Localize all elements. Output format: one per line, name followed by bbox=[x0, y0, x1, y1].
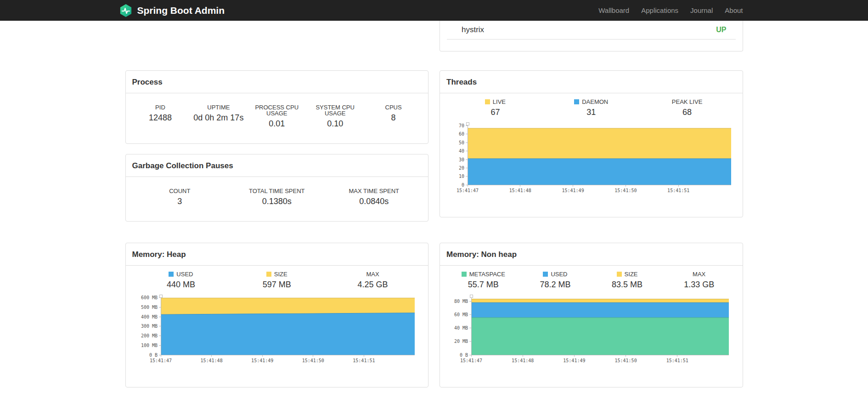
metric-process-cpu-usage: PROCESS CPU USAGE0.01 bbox=[248, 104, 306, 128]
metric-max-time-spent: MAX TIME SPENT0.0840s bbox=[326, 188, 423, 205]
metric-value: 12488 bbox=[131, 114, 190, 122]
process-panel: Process PID12488UPTIME0d 0h 2m 17sPROCES… bbox=[125, 70, 429, 144]
metric-value: 31 bbox=[543, 108, 639, 116]
metric-label-text: SIZE bbox=[274, 271, 287, 277]
svg-text:15:41:48: 15:41:48 bbox=[200, 358, 222, 363]
svg-text:600 MB: 600 MB bbox=[141, 295, 157, 300]
svg-text:60 MB: 60 MB bbox=[454, 312, 468, 317]
memory-nonheap-legend: METASPACE55.7 MBUSED78.2 MBSIZE83.5 MBMA… bbox=[447, 271, 735, 289]
threads-legend: LIVE67DAEMON31PEAK LIVE68 bbox=[447, 99, 735, 116]
metric-value: 0.01 bbox=[248, 120, 306, 128]
left-column-spacer bbox=[125, 21, 429, 51]
main-content: hystrix UP Process PID12488UPTIME0d 0h 2… bbox=[118, 21, 750, 387]
metric-daemon: DAEMON31 bbox=[543, 99, 639, 116]
legend-swatch-icon bbox=[485, 99, 490, 104]
gc-panel-body: COUNT3TOTAL TIME SPENT0.1380sMAX TIME SP… bbox=[126, 177, 428, 221]
metric-max: MAX4.25 GB bbox=[325, 271, 421, 289]
threads-chart: 01020304050607015:41:4715:41:4815:41:491… bbox=[447, 121, 735, 199]
gc-panel-title: Garbage Collection Pauses bbox=[126, 154, 428, 177]
nav-link-applications[interactable]: Applications bbox=[635, 6, 684, 14]
service-name: hystrix bbox=[453, 25, 484, 34]
metric-label: CPUS bbox=[364, 104, 423, 110]
heap-chart-svg: 0 B100 MB200 MB300 MB400 MB500 MB600 MB1… bbox=[133, 293, 421, 367]
metric-value: 3 bbox=[131, 197, 229, 205]
metric-value: 8 bbox=[364, 114, 423, 122]
memory-nonheap-panel-body: METASPACE55.7 MBUSED78.2 MBSIZE83.5 MBMA… bbox=[440, 266, 743, 387]
health-panel-body: hystrix UP bbox=[440, 21, 743, 51]
metric-label: DAEMON bbox=[543, 99, 639, 105]
svg-text:0 B: 0 B bbox=[149, 353, 157, 358]
svg-text:15:41:51: 15:41:51 bbox=[666, 358, 688, 363]
svg-text:15:41:51: 15:41:51 bbox=[353, 358, 375, 363]
metric-label-text: LIVE bbox=[493, 99, 506, 105]
metric-label: UPTIME bbox=[189, 104, 248, 110]
metric-used: USED440 MB bbox=[133, 271, 229, 289]
legend-swatch-icon bbox=[169, 272, 174, 277]
metric-pid: PID12488 bbox=[131, 104, 190, 128]
svg-text:60: 60 bbox=[459, 131, 464, 137]
svg-text:15:41:50: 15:41:50 bbox=[302, 358, 324, 363]
legend-swatch-icon bbox=[266, 272, 271, 277]
gc-panel: Garbage Collection Pauses COUNT3TOTAL TI… bbox=[125, 154, 429, 222]
metric-metaspace: METASPACE55.7 MB bbox=[447, 271, 519, 289]
metric-label-text: COUNT bbox=[169, 188, 190, 194]
svg-text:0 B: 0 B bbox=[460, 353, 468, 358]
svg-text:15:41:50: 15:41:50 bbox=[614, 188, 637, 193]
memory-nonheap-chart: 0 B20 MB40 MB60 MB80 MB15:41:4715:41:481… bbox=[447, 293, 735, 369]
metric-label-text: CPUS bbox=[385, 104, 402, 110]
metric-value: 68 bbox=[639, 108, 735, 116]
process-threads-band: Process PID12488UPTIME0d 0h 2m 17sPROCES… bbox=[125, 70, 743, 222]
metric-value: 55.7 MB bbox=[447, 280, 519, 289]
metric-label: USED bbox=[519, 271, 592, 277]
process-panel-title: Process bbox=[126, 71, 428, 93]
metric-peak-live: PEAK LIVE68 bbox=[639, 99, 735, 116]
metric-value: 0d 0h 2m 17s bbox=[189, 114, 248, 122]
metric-label: PEAK LIVE bbox=[639, 99, 735, 105]
right-column: Threads LIVE67DAEMON31PEAK LIVE68 010203… bbox=[440, 70, 743, 222]
metric-max: MAX1.33 GB bbox=[663, 271, 735, 289]
memory-nonheap-panel-title: Memory: Non heap bbox=[440, 243, 743, 266]
metric-label-text: USED bbox=[551, 271, 567, 277]
metric-label-text: MAX bbox=[693, 271, 705, 277]
nav-link-about[interactable]: About bbox=[719, 6, 743, 14]
navbar: Spring Boot Admin WallboardApplicationsJ… bbox=[0, 0, 868, 21]
metric-uptime: UPTIME0d 0h 2m 17s bbox=[189, 104, 248, 128]
brand-title: Spring Boot Admin bbox=[137, 5, 225, 16]
svg-text:400 MB: 400 MB bbox=[141, 314, 157, 319]
svg-text:15:41:51: 15:41:51 bbox=[667, 188, 689, 193]
metric-size: SIZE597 MB bbox=[229, 271, 325, 289]
health-panel: hystrix UP bbox=[440, 21, 743, 51]
memory-nonheap-panel: Memory: Non heap METASPACE55.7 MBUSED78.… bbox=[440, 243, 743, 387]
brand-link[interactable]: Spring Boot Admin bbox=[119, 4, 225, 17]
metric-value: 83.5 MB bbox=[591, 280, 663, 289]
memory-heap-chart: 0 B100 MB200 MB300 MB400 MB500 MB600 MB1… bbox=[133, 293, 421, 369]
metric-live: LIVE67 bbox=[447, 99, 543, 116]
metric-value: 4.25 GB bbox=[325, 280, 421, 289]
memory-heap-panel: Memory: Heap USED440 MBSIZE597 MBMAX4.25… bbox=[125, 243, 429, 387]
process-panel-body: PID12488UPTIME0d 0h 2m 17sPROCESS CPU US… bbox=[126, 93, 428, 143]
nav-link-wallboard[interactable]: Wallboard bbox=[592, 6, 635, 14]
svg-text:500 MB: 500 MB bbox=[141, 305, 157, 310]
metric-label: METASPACE bbox=[447, 271, 519, 277]
metric-used: USED78.2 MB bbox=[519, 271, 592, 289]
metric-value: 597 MB bbox=[229, 280, 325, 289]
metric-label-text: UPTIME bbox=[207, 104, 230, 110]
metric-label-text: SIZE bbox=[625, 271, 638, 277]
nonheap-chart-svg: 0 B20 MB40 MB60 MB80 MB15:41:4715:41:481… bbox=[447, 293, 735, 367]
svg-text:40 MB: 40 MB bbox=[454, 325, 468, 330]
left-column: Process PID12488UPTIME0d 0h 2m 17sPROCES… bbox=[125, 70, 429, 222]
left-column: Memory: Heap USED440 MBSIZE597 MBMAX4.25… bbox=[125, 243, 429, 387]
metric-label: USED bbox=[133, 271, 229, 277]
metric-value: 0.1380s bbox=[228, 197, 326, 205]
status-badge: UP bbox=[716, 25, 726, 34]
svg-text:100 MB: 100 MB bbox=[141, 343, 157, 348]
nav-link-journal[interactable]: Journal bbox=[684, 6, 719, 14]
svg-text:10: 10 bbox=[459, 174, 464, 179]
health-band: hystrix UP bbox=[125, 21, 743, 51]
metric-total-time-spent: TOTAL TIME SPENT0.1380s bbox=[228, 188, 326, 205]
svg-text:15:41:47: 15:41:47 bbox=[460, 358, 482, 363]
metric-label: MAX TIME SPENT bbox=[326, 188, 423, 194]
metric-cpus: CPUS8 bbox=[364, 104, 423, 128]
metric-label: SIZE bbox=[229, 271, 325, 277]
svg-text:15:41:49: 15:41:49 bbox=[562, 188, 584, 193]
